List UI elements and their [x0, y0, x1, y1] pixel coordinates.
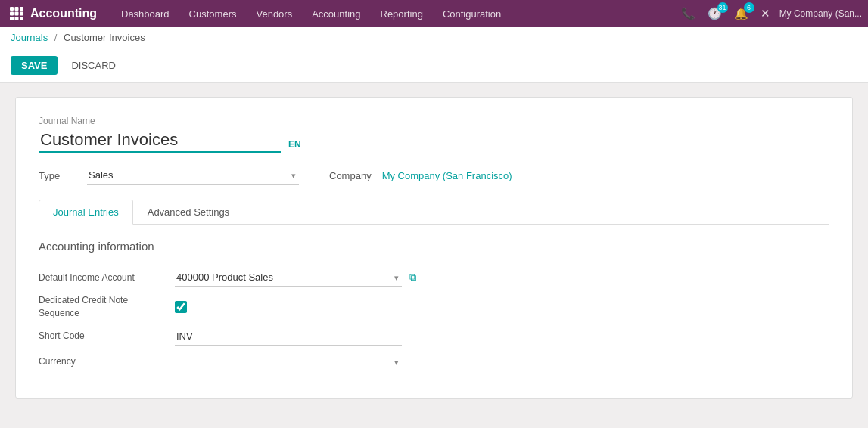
clock-badge: 31: [717, 2, 728, 13]
main-content: Journal Name EN Type Sales Purchase Cash…: [0, 83, 868, 412]
type-label: Type: [39, 170, 76, 181]
svg-rect-5: [20, 12, 23, 16]
nav-accounting[interactable]: Accounting: [303, 5, 369, 23]
tab-advanced-settings[interactable]: Advanced Settings: [133, 200, 244, 225]
svg-rect-7: [15, 17, 19, 20]
default-income-account-value-cell: 400000 Product Sales ⧉: [167, 265, 829, 290]
app-grid-icon[interactable]: [6, 3, 27, 24]
journal-name-group: Journal Name EN: [39, 116, 829, 153]
nav-dashboard[interactable]: Dashboard: [112, 5, 179, 23]
save-button[interactable]: SAVE: [11, 56, 58, 75]
company-field: Company My Company (San Francisco): [329, 170, 512, 181]
accounting-info-title: Accounting information: [39, 240, 829, 253]
dedicated-credit-note-value-cell: [167, 290, 829, 324]
nav-vendors[interactable]: Vendors: [247, 5, 301, 23]
breadcrumb: Journals / Customer Invoices: [0, 27, 868, 48]
type-field: Type Sales Purchase Cash Bank Miscellane…: [39, 166, 299, 185]
company-label: My Company (San...: [779, 8, 862, 19]
form-card: Journal Name EN Type Sales Purchase Cash…: [15, 97, 853, 399]
default-income-account-select[interactable]: 400000 Product Sales: [175, 268, 402, 287]
nav-items: Dashboard Customers Vendors Accounting R…: [112, 5, 678, 23]
currency-select-wrapper: USD EUR: [175, 353, 402, 371]
svg-rect-8: [20, 17, 23, 20]
svg-rect-3: [10, 12, 14, 16]
svg-rect-1: [15, 7, 19, 11]
journal-name-label: Journal Name: [39, 116, 829, 126]
svg-rect-2: [20, 7, 23, 11]
type-company-row: Type Sales Purchase Cash Bank Miscellane…: [39, 166, 829, 185]
clock-icon[interactable]: 🕐 31: [705, 5, 725, 22]
accounting-info-table: Default Income Account 400000 Product Sa…: [39, 265, 829, 375]
bell-icon[interactable]: 🔔 6: [731, 5, 751, 22]
svg-rect-6: [10, 17, 14, 20]
nav-reporting[interactable]: Reporting: [372, 5, 432, 23]
brand-label: Accounting: [30, 7, 97, 20]
dedicated-credit-note-label: Dedicated Credit Note Sequence: [39, 290, 167, 324]
svg-rect-4: [15, 12, 19, 16]
language-badge[interactable]: EN: [288, 139, 301, 153]
dedicated-credit-note-checkbox[interactable]: [175, 301, 187, 313]
discard-button[interactable]: DISCARD: [64, 56, 123, 75]
top-navigation: Accounting Dashboard Customers Vendors A…: [0, 0, 868, 27]
tab-journal-entries[interactable]: Journal Entries: [39, 200, 133, 225]
svg-rect-0: [10, 7, 14, 11]
nav-right: 📞 🕐 31 🔔 6 ✕ My Company (San...: [678, 5, 862, 22]
tabs-row: Journal Entries Advanced Settings: [39, 200, 829, 225]
nav-configuration[interactable]: Configuration: [434, 5, 510, 23]
journal-name-row: EN: [39, 129, 829, 153]
nav-customers[interactable]: Customers: [180, 5, 246, 23]
currency-label: Currency: [39, 349, 167, 375]
default-income-account-label: Default Income Account: [39, 265, 167, 290]
short-code-row: Short Code: [39, 324, 829, 349]
breadcrumb-parent[interactable]: Journals: [11, 32, 48, 43]
breadcrumb-separator: /: [54, 32, 58, 43]
external-link-icon[interactable]: ⧉: [409, 271, 416, 283]
currency-value-cell: USD EUR: [167, 349, 829, 375]
close-icon[interactable]: ✕: [758, 5, 773, 22]
short-code-input[interactable]: [175, 327, 402, 346]
default-income-account-row: Default Income Account 400000 Product Sa…: [39, 265, 829, 290]
phone-icon[interactable]: 📞: [678, 5, 698, 22]
bell-badge: 6: [744, 2, 754, 13]
company-label: Company: [329, 170, 372, 181]
currency-row: Currency USD EUR: [39, 349, 829, 375]
breadcrumb-current: Customer Invoices: [64, 32, 145, 43]
dedicated-credit-note-row: Dedicated Credit Note Sequence: [39, 290, 829, 324]
type-select-wrapper: Sales Purchase Cash Bank Miscellaneous: [87, 166, 299, 185]
company-value[interactable]: My Company (San Francisco): [382, 170, 512, 181]
action-bar: SAVE DISCARD: [0, 48, 868, 83]
short-code-label: Short Code: [39, 324, 167, 349]
journal-name-input[interactable]: [39, 129, 281, 153]
dedicated-credit-note-checkbox-cell: [175, 301, 829, 313]
type-select[interactable]: Sales Purchase Cash Bank Miscellaneous: [87, 166, 299, 185]
short-code-value-cell: [167, 324, 829, 349]
currency-select[interactable]: USD EUR: [175, 353, 402, 371]
default-income-account-wrapper: 400000 Product Sales: [175, 268, 402, 287]
